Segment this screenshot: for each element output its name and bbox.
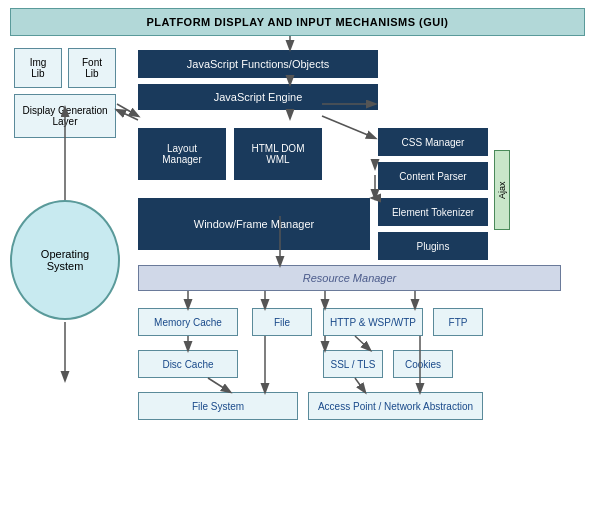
- layout-manager-label: LayoutManager: [162, 143, 201, 165]
- font-lib-label: FontLib: [82, 57, 102, 79]
- file-system-label: File System: [192, 401, 244, 412]
- left-column: ImgLib FontLib Display Generation Layer: [14, 48, 124, 138]
- http-wsp-label: HTTP & WSP/WTP: [330, 317, 416, 328]
- layout-manager-box: LayoutManager: [138, 128, 226, 180]
- cookies-label: Cookies: [405, 359, 441, 370]
- img-lib-label: ImgLib: [30, 57, 47, 79]
- resource-manager-box: Resource Manager: [138, 265, 561, 291]
- architecture-diagram: PLATFORM DISPLAY AND INPUT MECHANISMS (G…: [0, 0, 595, 520]
- js-functions-label: JavaScript Functions/Objects: [187, 58, 329, 70]
- ftp-box: FTP: [433, 308, 483, 336]
- font-lib-box: FontLib: [68, 48, 116, 88]
- css-manager-label: CSS Manager: [402, 137, 465, 148]
- memory-cache-label: Memory Cache: [154, 317, 222, 328]
- html-dom-box: HTML DOMWML: [234, 128, 322, 180]
- ftp-label: FTP: [449, 317, 468, 328]
- gui-bar-label: PLATFORM DISPLAY AND INPUT MECHANISMS (G…: [146, 16, 448, 28]
- window-frame-label: Window/Frame Manager: [194, 218, 314, 230]
- display-gen-box: Display Generation Layer: [14, 94, 116, 138]
- js-engine-label: JavaScript Engine: [214, 91, 303, 103]
- ssl-tls-box: SSL / TLS: [323, 350, 383, 378]
- content-parser-label: Content Parser: [399, 171, 466, 182]
- disc-cache-box: Disc Cache: [138, 350, 238, 378]
- http-wsp-box: HTTP & WSP/WTP: [323, 308, 423, 336]
- element-tokenizer-label: Element Tokenizer: [392, 207, 474, 218]
- element-tokenizer-box: Element Tokenizer: [378, 198, 488, 226]
- file-box: File: [252, 308, 312, 336]
- disc-cache-label: Disc Cache: [162, 359, 213, 370]
- css-manager-box: CSS Manager: [378, 128, 488, 156]
- gui-bar: PLATFORM DISPLAY AND INPUT MECHANISMS (G…: [10, 8, 585, 36]
- window-frame-box: Window/Frame Manager: [138, 198, 370, 250]
- os-label: OperatingSystem: [41, 248, 89, 272]
- content-parser-box: Content Parser: [378, 162, 488, 190]
- js-engine-box: JavaScript Engine: [138, 84, 378, 110]
- img-lib-box: ImgLib: [14, 48, 62, 88]
- plugins-label: Plugins: [417, 241, 450, 252]
- file-label: File: [274, 317, 290, 328]
- ajax-label: Ajax: [494, 150, 510, 230]
- ajax-text: Ajax: [497, 181, 507, 199]
- resource-manager-label: Resource Manager: [303, 272, 397, 284]
- access-point-label: Access Point / Network Abstraction: [318, 401, 473, 412]
- main-area: JavaScript Functions/Objects JavaScript …: [138, 50, 581, 450]
- plugins-box: Plugins: [378, 232, 488, 260]
- cookies-box: Cookies: [393, 350, 453, 378]
- ssl-tls-label: SSL / TLS: [330, 359, 375, 370]
- lib-row: ImgLib FontLib: [14, 48, 124, 88]
- html-dom-label: HTML DOMWML: [252, 143, 305, 165]
- os-ellipse: OperatingSystem: [10, 200, 120, 320]
- display-gen-label: Display Generation Layer: [15, 105, 115, 127]
- access-point-box: Access Point / Network Abstraction: [308, 392, 483, 420]
- memory-cache-box: Memory Cache: [138, 308, 238, 336]
- file-system-box: File System: [138, 392, 298, 420]
- js-functions-box: JavaScript Functions/Objects: [138, 50, 378, 78]
